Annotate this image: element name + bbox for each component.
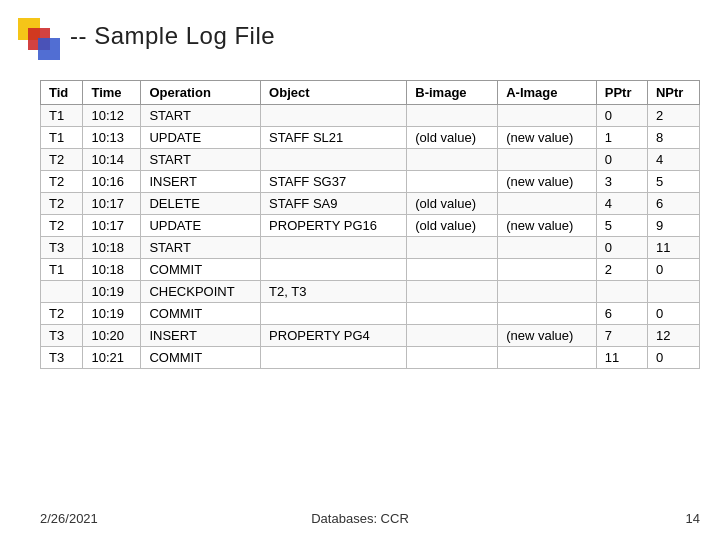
col-header-time: Time — [83, 81, 141, 105]
cell-bimage: (old value) — [407, 127, 498, 149]
cell-bimage — [407, 281, 498, 303]
footer-date: 2/26/2021 — [40, 511, 98, 526]
cell-operation: UPDATE — [141, 127, 261, 149]
cell-object — [261, 149, 407, 171]
table-row: T110:18COMMIT20 — [41, 259, 700, 281]
cell-object — [261, 259, 407, 281]
cell-pptr: 5 — [596, 215, 647, 237]
cell-operation: INSERT — [141, 171, 261, 193]
cell-time: 10:14 — [83, 149, 141, 171]
cell-time: 10:13 — [83, 127, 141, 149]
cell-time: 10:16 — [83, 171, 141, 193]
cell-tid: T1 — [41, 127, 83, 149]
cell-pptr: 7 — [596, 325, 647, 347]
deco-blue — [38, 38, 60, 60]
cell-nptr: 5 — [647, 171, 699, 193]
table-row: T310:18START011 — [41, 237, 700, 259]
cell-aimage — [498, 105, 597, 127]
cell-object — [261, 303, 407, 325]
col-header-a-image: A-Image — [498, 81, 597, 105]
page-title: -- Sample Log File — [70, 22, 275, 50]
cell-nptr: 0 — [647, 347, 699, 369]
cell-time: 10:17 — [83, 193, 141, 215]
cell-operation: START — [141, 237, 261, 259]
cell-object: STAFF SL21 — [261, 127, 407, 149]
cell-pptr: 6 — [596, 303, 647, 325]
cell-object: PROPERTY PG16 — [261, 215, 407, 237]
cell-nptr: 6 — [647, 193, 699, 215]
cell-operation: START — [141, 105, 261, 127]
col-header-pptr: PPtr — [596, 81, 647, 105]
cell-tid: T2 — [41, 171, 83, 193]
cell-object: STAFF SA9 — [261, 193, 407, 215]
cell-time: 10:21 — [83, 347, 141, 369]
cell-time: 10:19 — [83, 303, 141, 325]
cell-aimage — [498, 259, 597, 281]
cell-operation: DELETE — [141, 193, 261, 215]
cell-object: T2, T3 — [261, 281, 407, 303]
cell-nptr: 12 — [647, 325, 699, 347]
cell-aimage: (new value) — [498, 127, 597, 149]
cell-operation: COMMIT — [141, 259, 261, 281]
cell-nptr: 0 — [647, 303, 699, 325]
cell-tid: T2 — [41, 303, 83, 325]
table-row: T310:21COMMIT110 — [41, 347, 700, 369]
cell-pptr: 0 — [596, 149, 647, 171]
cell-pptr: 11 — [596, 347, 647, 369]
cell-nptr: 4 — [647, 149, 699, 171]
cell-pptr: 0 — [596, 105, 647, 127]
cell-aimage — [498, 237, 597, 259]
cell-bimage: (old value) — [407, 215, 498, 237]
cell-nptr: 0 — [647, 259, 699, 281]
cell-operation: CHECKPOINT — [141, 281, 261, 303]
cell-operation: COMMIT — [141, 303, 261, 325]
table-row: T210:14START04 — [41, 149, 700, 171]
table-row: T210:17UPDATEPROPERTY PG16(old value)(ne… — [41, 215, 700, 237]
cell-tid: T2 — [41, 193, 83, 215]
footer-page: 14 — [686, 511, 700, 526]
cell-aimage: (new value) — [498, 325, 597, 347]
cell-object: PROPERTY PG4 — [261, 325, 407, 347]
cell-aimage: (new value) — [498, 215, 597, 237]
cell-pptr — [596, 281, 647, 303]
log-table: TidTimeOperationObjectB-imageA-ImagePPtr… — [40, 80, 700, 369]
cell-aimage — [498, 193, 597, 215]
cell-bimage — [407, 325, 498, 347]
cell-tid: T1 — [41, 259, 83, 281]
cell-tid: T3 — [41, 237, 83, 259]
table-row: 10:19CHECKPOINTT2, T3 — [41, 281, 700, 303]
cell-object — [261, 105, 407, 127]
table-body: T110:12START02T110:13UPDATESTAFF SL21(ol… — [41, 105, 700, 369]
log-table-container: TidTimeOperationObjectB-imageA-ImagePPtr… — [40, 80, 700, 369]
cell-time: 10:19 — [83, 281, 141, 303]
cell-time: 10:18 — [83, 237, 141, 259]
cell-aimage — [498, 347, 597, 369]
cell-nptr — [647, 281, 699, 303]
cell-bimage — [407, 259, 498, 281]
cell-pptr: 4 — [596, 193, 647, 215]
col-header-b-image: B-image — [407, 81, 498, 105]
cell-nptr: 9 — [647, 215, 699, 237]
decoration — [18, 18, 58, 58]
cell-bimage — [407, 347, 498, 369]
cell-time: 10:18 — [83, 259, 141, 281]
col-header-object: Object — [261, 81, 407, 105]
cell-nptr: 11 — [647, 237, 699, 259]
cell-nptr: 2 — [647, 105, 699, 127]
cell-operation: START — [141, 149, 261, 171]
cell-time: 10:17 — [83, 215, 141, 237]
col-header-operation: Operation — [141, 81, 261, 105]
cell-object — [261, 347, 407, 369]
table-row: T210:17DELETESTAFF SA9(old value)46 — [41, 193, 700, 215]
cell-pptr: 0 — [596, 237, 647, 259]
cell-tid: T3 — [41, 325, 83, 347]
table-row: T110:12START02 — [41, 105, 700, 127]
cell-aimage — [498, 281, 597, 303]
cell-pptr: 3 — [596, 171, 647, 193]
cell-aimage — [498, 149, 597, 171]
cell-object — [261, 237, 407, 259]
cell-object: STAFF SG37 — [261, 171, 407, 193]
cell-tid: T2 — [41, 149, 83, 171]
cell-operation: INSERT — [141, 325, 261, 347]
footer-center: Databases: CCR — [311, 511, 409, 526]
